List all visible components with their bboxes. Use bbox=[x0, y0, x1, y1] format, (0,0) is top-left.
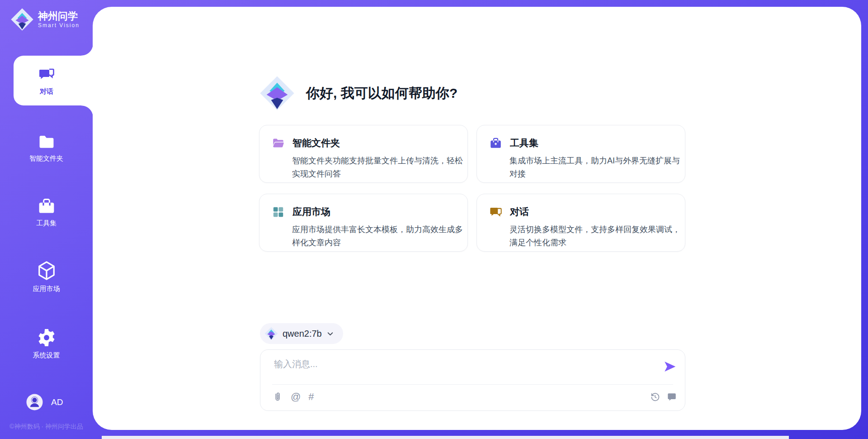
feature-cards: 智能文件夹 智能文件夹功能支持批量文件上传与清洗，轻松实现文件问答 工具集 集成… bbox=[259, 125, 685, 252]
card-description: 灵活切换多模型文件，支持多样回复效果调试，满足个性化需求 bbox=[509, 223, 682, 249]
chevron-down-icon bbox=[326, 330, 334, 338]
card-title: 对话 bbox=[510, 205, 529, 218]
avatar bbox=[26, 394, 43, 410]
greeting-text: 你好, 我可以如何帮助你? bbox=[306, 84, 458, 103]
composer-divider bbox=[272, 384, 673, 385]
chat-bubble-icon bbox=[490, 206, 502, 218]
brand-subtitle: Smart Vision bbox=[38, 22, 80, 29]
sidebar-item-label: 工具集 bbox=[36, 219, 57, 228]
sidebar-item-chat[interactable]: 对话 bbox=[14, 56, 93, 105]
sidebar-item-settings[interactable]: 系统设置 bbox=[0, 325, 93, 363]
user-initials: AD bbox=[51, 397, 63, 407]
user-account[interactable]: AD bbox=[26, 394, 63, 410]
greeting: 你好, 我可以如何帮助你? bbox=[259, 75, 458, 111]
toolbox-icon bbox=[38, 198, 56, 215]
folder-icon bbox=[38, 133, 56, 150]
card-description: 集成市场上主流工具，助力AI与外界无缝扩展与对接 bbox=[509, 154, 682, 181]
comment-icon[interactable] bbox=[667, 392, 677, 402]
card-title: 应用市场 bbox=[292, 205, 330, 218]
card-description: 智能文件夹功能支持批量文件上传与清洗，轻松实现文件问答 bbox=[292, 154, 465, 181]
cube-icon bbox=[37, 261, 56, 281]
message-input[interactable] bbox=[274, 358, 654, 382]
message-composer: @ # bbox=[260, 349, 685, 411]
folder-open-icon bbox=[272, 137, 284, 149]
bottom-edge-strip bbox=[102, 436, 789, 439]
card-chat[interactable]: 对话 灵活切换多模型文件，支持多样回复效果调试，满足个性化需求 bbox=[476, 194, 685, 252]
model-selector[interactable]: qwen2:7b bbox=[260, 323, 343, 344]
brand-name: 神州问学 bbox=[38, 10, 80, 22]
sidebar-item-label: 系统设置 bbox=[33, 351, 60, 360]
greeting-diamond-logo-icon bbox=[259, 75, 295, 111]
history-icon[interactable] bbox=[650, 391, 660, 402]
briefcase-icon bbox=[490, 137, 502, 149]
model-name: qwen2:7b bbox=[283, 329, 322, 339]
sidebar-item-label: 智能文件夹 bbox=[29, 154, 63, 163]
send-icon[interactable] bbox=[663, 360, 677, 373]
sidebar-item-smart-folder[interactable]: 智能文件夹 bbox=[0, 129, 93, 167]
gear-icon bbox=[37, 328, 56, 347]
sidebar-item-app-market[interactable]: 应用市场 bbox=[0, 258, 93, 296]
hash-icon[interactable]: # bbox=[308, 391, 314, 402]
sidebar-item-label: 应用市场 bbox=[33, 285, 60, 293]
chat-icon bbox=[38, 66, 56, 84]
sidebar: 神州问学 Smart Vision 对话 智能文件夹 bbox=[0, 0, 93, 439]
card-toolset[interactable]: 工具集 集成市场上主流工具，助力AI与外界无缝扩展与对接 bbox=[476, 125, 685, 183]
at-sign-icon[interactable]: @ bbox=[291, 391, 301, 402]
card-smart-folder[interactable]: 智能文件夹 智能文件夹功能支持批量文件上传与清洗，轻松实现文件问答 bbox=[259, 125, 468, 183]
sidebar-footer: ©神州数码 · 神州问学出品 bbox=[0, 423, 93, 431]
brand-diamond-icon bbox=[11, 8, 33, 31]
paperclip-icon[interactable] bbox=[272, 391, 283, 402]
brand: 神州问学 Smart Vision bbox=[11, 8, 80, 31]
card-description: 应用市场提供丰富长文本模板，助力高效生成多样化文章内容 bbox=[292, 223, 465, 249]
card-title: 工具集 bbox=[510, 137, 538, 149]
card-app-market[interactable]: 应用市场 应用市场提供丰富长文本模板，助力高效生成多样化文章内容 bbox=[259, 194, 468, 252]
card-title: 智能文件夹 bbox=[292, 137, 340, 149]
grid-icon bbox=[272, 206, 284, 218]
sidebar-item-label: 对话 bbox=[40, 87, 53, 96]
sidebar-item-toolset[interactable]: 工具集 bbox=[0, 194, 93, 232]
diamond-logo-icon bbox=[264, 327, 278, 340]
